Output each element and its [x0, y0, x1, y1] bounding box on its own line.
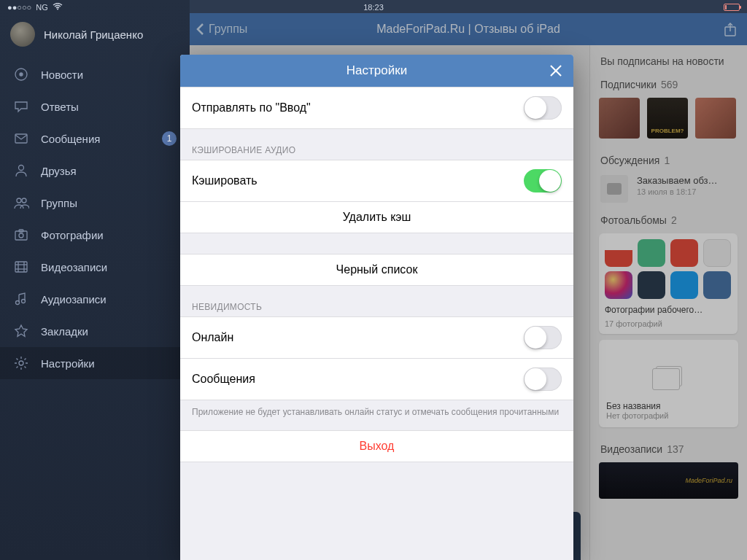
audio-icon [13, 291, 29, 307]
section-invisibility: НЕВИДИМОСТЬ [180, 286, 573, 316]
sidebar-badge: 1 [162, 131, 177, 146]
subscriber-thumb[interactable]: PROBLEM? [647, 98, 688, 139]
app-icon [638, 271, 665, 299]
empty-album-sub: Нет фотографий [606, 411, 731, 420]
svg-rect-3 [15, 134, 27, 143]
svg-point-4 [19, 166, 24, 171]
row-label: Удалить кэш [343, 211, 411, 224]
back-button[interactable]: Группы [190, 23, 247, 36]
video-thumb[interactable]: MadeForiPad.ru [599, 462, 738, 499]
sidebar-item-messages[interactable]: Сообщения1 [0, 122, 190, 155]
sidebar-item-photos[interactable]: Фотографии [0, 219, 190, 251]
sidebar-item-groups[interactable]: Группы [0, 187, 190, 219]
sidebar-item-videos[interactable]: Видеозаписи [0, 251, 190, 283]
bookmarks-icon [13, 323, 29, 339]
settings-modal: Настройки Отправлять по "Ввод" КЭШИРОВАН… [180, 55, 573, 560]
app-icon [670, 239, 698, 267]
modal-title: Настройки [347, 63, 407, 78]
sidebar-item-label: Видеозаписи [41, 261, 177, 273]
status-bar: ●●○○○ NG 18:23 [0, 0, 747, 13]
discussions-label: Обсуждения [600, 155, 659, 166]
subscriber-thumb[interactable] [695, 98, 736, 139]
svg-point-15 [16, 301, 20, 305]
clock: 18:23 [363, 3, 384, 12]
discussions-count: 1 [664, 155, 670, 166]
app-icon [638, 239, 665, 267]
photos-icon [13, 227, 29, 243]
app-icon [605, 239, 632, 267]
row-label: Кэшировать [192, 174, 258, 187]
sidebar-item-label: Друзья [41, 165, 177, 177]
app-icon [703, 271, 731, 299]
messages-icon [13, 131, 29, 147]
row-label: Черный список [336, 263, 418, 276]
toggle-messages[interactable] [524, 368, 562, 391]
subscribed-label: Вы подписаны на новости [600, 55, 724, 67]
replies-icon [13, 98, 29, 114]
toggle-online[interactable] [524, 326, 562, 349]
row-clear-cache[interactable]: Удалить кэш [180, 202, 573, 233]
row-send-on-enter[interactable]: Отправлять по "Ввод" [180, 87, 573, 129]
sidebar-item-label: Фотографии [41, 229, 177, 241]
row-cache[interactable]: Кэшировать [180, 160, 573, 202]
photo-album[interactable]: Фотографии рабочего… 17 фотографий [599, 233, 738, 334]
photoalbums-count: 2 [671, 214, 677, 226]
row-blacklist[interactable]: Черный список [180, 254, 573, 286]
subscribers-count: 569 [661, 79, 678, 90]
videos-count: 137 [667, 443, 684, 455]
row-label: Выход [360, 440, 395, 453]
album-title: Фотографии рабочего… [605, 303, 732, 315]
signal-dots: ●●○○○ [7, 3, 31, 12]
svg-point-8 [19, 233, 23, 238]
sidebar-item-settings[interactable]: Настройки [0, 347, 190, 379]
toggle-cache[interactable] [524, 169, 562, 192]
app-icon [670, 271, 698, 299]
sidebar-item-friends[interactable]: Друзья [0, 155, 190, 187]
toggle-send-on-enter[interactable] [524, 96, 562, 120]
svg-point-2 [20, 73, 23, 76]
videos-icon [13, 259, 29, 275]
sidebar-item-label: Закладки [41, 325, 177, 338]
discussion-item[interactable]: Заказываем обз… 13 июля в 18:17 [590, 168, 747, 204]
sidebar-item-audio[interactable]: Аудиозаписи [0, 283, 190, 315]
back-label: Группы [209, 23, 247, 36]
svg-rect-7 [15, 231, 27, 240]
svg-point-16 [22, 300, 26, 303]
subscriber-thumb[interactable] [599, 98, 640, 139]
row-online[interactable]: Онлайн [180, 316, 573, 359]
row-messages[interactable]: Сообщения [180, 359, 573, 400]
avatar [10, 22, 35, 47]
page-title: MadeForiPad.Ru | Отзывы об iPad [376, 23, 560, 36]
section-audio-cache: КЭШИРОВАНИЕ АУДИО [180, 129, 573, 160]
share-button[interactable] [722, 21, 738, 37]
svg-point-6 [22, 198, 26, 203]
close-icon[interactable] [549, 63, 563, 78]
empty-album-title: Без названия [606, 401, 731, 411]
svg-point-5 [17, 198, 21, 203]
news-icon [13, 66, 29, 82]
videos-label: Видеозаписи [600, 443, 662, 455]
sidebar-item-label: Настройки [41, 357, 177, 370]
sidebar-item-bookmarks[interactable]: Закладки [0, 315, 190, 347]
subscribers-label: Подписчики [600, 79, 657, 90]
carrier-label: NG [36, 3, 48, 12]
sidebar-item-label: Группы [41, 197, 177, 209]
empty-album[interactable]: Без названия Нет фотографий [599, 340, 738, 427]
settings-icon [13, 355, 29, 371]
album-placeholder-icon [656, 366, 682, 386]
sidebar-item-replies[interactable]: Ответы [0, 90, 190, 122]
header-bar: Группы MadeForiPad.Ru | Отзывы об iPad [190, 13, 747, 45]
sidebar-item-news[interactable]: Новости [0, 58, 190, 90]
right-panel: Вы подписаны на новости Подписчики 569 P… [589, 45, 747, 560]
subscribers-thumbs[interactable]: PROBLEM? [590, 92, 747, 144]
groups-icon [13, 195, 29, 211]
row-logout[interactable]: Выход [180, 430, 573, 462]
sidebar-item-label: Новости [41, 69, 177, 81]
modal-body: Отправлять по "Ввод" КЭШИРОВАНИЕ АУДИО К… [180, 87, 573, 560]
profile-row[interactable]: Николай Грицаенко [0, 16, 190, 58]
svg-rect-10 [15, 262, 27, 272]
friends-icon [13, 163, 29, 179]
row-label: Онлайн [192, 331, 233, 344]
profile-name: Николай Грицаенко [44, 28, 143, 41]
battery-icon [724, 4, 740, 11]
